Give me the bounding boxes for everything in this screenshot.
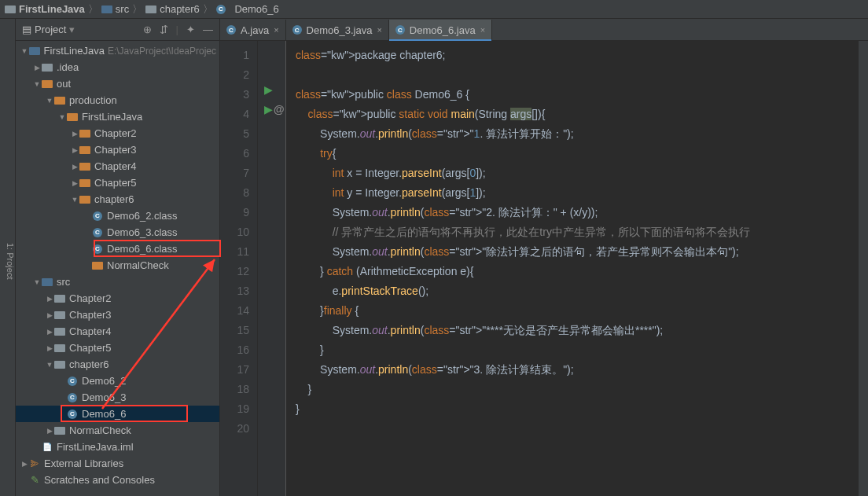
tree-row[interactable]: ▶Chapter5 — [16, 340, 219, 356]
folder-icon — [66, 112, 79, 123]
tree-arrow-icon[interactable]: ▶ — [33, 64, 41, 72]
line-number[interactable]: 5 — [220, 124, 249, 144]
tree-arrow-icon[interactable]: ▶ — [46, 295, 53, 303]
editor-tab[interactable]: A.java× — [220, 20, 286, 40]
tree-arrow-icon[interactable]: ▼ — [46, 361, 53, 369]
bc-src[interactable]: src — [116, 3, 129, 15]
tree-row[interactable]: 📄FirstLineJava.iml — [16, 439, 219, 455]
line-number[interactable]: 19 — [220, 399, 249, 419]
tree-row[interactable]: Demo6_6.class — [16, 241, 219, 257]
tree-row[interactable]: ▼chapter6 — [16, 356, 219, 373]
gear-icon[interactable]: ✦ — [186, 24, 195, 35]
tree-arrow-icon[interactable]: ▶ — [46, 328, 53, 336]
line-number[interactable]: 11 — [220, 242, 249, 262]
panel-title[interactable]: Project — [35, 24, 66, 35]
line-number[interactable]: 12 — [220, 262, 249, 281]
line-number[interactable]: 14 — [220, 301, 249, 321]
editor-tab[interactable]: Demo6_6.java× — [389, 20, 492, 40]
line-number[interactable]: 1 — [220, 46, 249, 65]
line-number[interactable]: 20 — [220, 419, 249, 439]
editor-tabs[interactable]: A.java×Demo6_3.java×Demo6_6.java× — [220, 19, 868, 41]
tree-row[interactable]: Demo6_3 — [16, 389, 219, 406]
tree-row[interactable]: Demo6_2 — [16, 373, 219, 389]
line-number[interactable]: 7 — [220, 163, 249, 183]
tree-arrow-icon[interactable]: ▶ — [46, 311, 53, 319]
tree-row[interactable]: ✎Scratches and Consoles — [16, 472, 219, 488]
tree-row[interactable]: ▶NormalCheck — [16, 422, 219, 439]
tree-row[interactable]: ▶Chapter5 — [16, 175, 219, 191]
breadcrumb[interactable]: FirstLineJava 〉 src 〉 chapter6 〉 Demo6_6 — [0, 0, 868, 19]
line-number[interactable]: 8 — [220, 183, 249, 203]
bc-chapter[interactable]: chapter6 — [160, 3, 200, 15]
tree-row[interactable]: ▼chapter6 — [16, 191, 219, 208]
line-number[interactable]: 10 — [220, 222, 249, 242]
line-number[interactable]: 13 — [220, 281, 249, 301]
line-gutter[interactable]: 1234567891011121314151617181920 — [220, 41, 258, 496]
tree-row[interactable]: NormalCheck — [16, 257, 219, 274]
tree-row[interactable]: ▶⫸External Libraries — [16, 455, 219, 472]
tree-row[interactable]: ▼FirstLineJava — [16, 108, 219, 125]
line-number[interactable]: 16 — [220, 340, 249, 360]
tree-arrow-icon[interactable]: ▶ — [71, 179, 79, 187]
tree-arrow-icon[interactable]: ▶ — [20, 460, 28, 468]
tree-row[interactable]: ▼FirstLineJavaE:\JavaProject\IdeaProjec — [16, 42, 219, 59]
line-number[interactable]: 9 — [220, 203, 249, 222]
file-icon: 📄 — [41, 442, 53, 453]
tree-arrow-icon[interactable]: ▶ — [71, 146, 79, 154]
class-icon — [91, 211, 104, 222]
tree-row[interactable]: ▼production — [16, 92, 219, 108]
line-number[interactable]: 17 — [220, 360, 249, 380]
bc-project[interactable]: FirstLineJava — [19, 3, 85, 15]
close-icon[interactable]: × — [377, 25, 381, 35]
icon-gutter[interactable]: ▶ ▶ @ — [258, 41, 286, 496]
tree-arrow-icon[interactable]: ▼ — [71, 196, 79, 204]
tree-row[interactable]: Demo6_3.class — [16, 224, 219, 241]
tree-label: Demo6_2 — [82, 375, 126, 387]
project-panel: ▤ Project ▾ ⊕ ⇵ | ✦ — ▼FirstLineJavaE:\J… — [16, 19, 220, 496]
hide-icon[interactable]: — — [203, 24, 213, 35]
run-icon[interactable]: ▶ — [264, 100, 273, 119]
tree-row[interactable]: ▶Chapter3 — [16, 307, 219, 323]
tree-row[interactable]: ▶Chapter2 — [16, 125, 219, 141]
tree-row[interactable]: ▶Chapter4 — [16, 158, 219, 175]
project-tool-tab[interactable]: 1: Project — [0, 19, 16, 496]
run-icon[interactable]: ▶ — [264, 80, 273, 100]
target-icon[interactable]: ⊕ — [143, 24, 152, 35]
tree-row[interactable]: ▶Chapter3 — [16, 141, 219, 158]
tree-arrow-icon[interactable]: ▶ — [46, 344, 53, 352]
class-icon — [91, 244, 104, 255]
close-icon[interactable]: × — [480, 25, 485, 35]
line-number[interactable]: 3 — [220, 85, 249, 105]
editor-scrollbar[interactable] — [859, 41, 868, 496]
close-icon[interactable]: × — [274, 25, 278, 35]
bc-file[interactable]: Demo6_6 — [234, 3, 278, 15]
tree-row[interactable]: ▶Chapter2 — [16, 290, 219, 307]
override-icon[interactable]: @ — [274, 100, 285, 119]
tree-row[interactable]: Demo6_2.class — [16, 208, 219, 224]
tree-arrow-icon[interactable]: ▼ — [33, 278, 41, 286]
tree-arrow-icon[interactable]: ▼ — [33, 80, 41, 88]
tree-row[interactable]: ▶.idea — [16, 59, 219, 75]
tree-arrow-icon[interactable]: ▼ — [58, 113, 66, 121]
line-number[interactable]: 4 — [220, 105, 249, 124]
line-number[interactable]: 18 — [220, 380, 249, 399]
tab-label: A.java — [241, 24, 269, 36]
tree-row[interactable]: ▼out — [16, 75, 219, 92]
tree-row[interactable]: ▶Chapter4 — [16, 323, 219, 340]
line-number[interactable]: 15 — [220, 321, 249, 340]
tree-arrow-icon[interactable]: ▼ — [20, 47, 28, 55]
tree-arrow-icon[interactable]: ▶ — [71, 130, 79, 138]
tree-arrow-icon[interactable]: ▶ — [71, 163, 79, 171]
tree-arrow-icon[interactable]: ▼ — [46, 97, 53, 105]
editor-tab[interactable]: Demo6_3.java× — [286, 20, 389, 40]
line-number[interactable]: 6 — [220, 144, 249, 163]
chevron-down-icon[interactable]: ▾ — [69, 24, 75, 35]
project-tree[interactable]: ▼FirstLineJavaE:\JavaProject\IdeaProjec▶… — [16, 41, 219, 496]
tree-row[interactable]: ▼src — [16, 274, 219, 290]
code-content[interactable]: class="kw">package chapter6; class="kw">… — [286, 41, 859, 496]
line-number[interactable]: 2 — [220, 65, 249, 85]
tree-arrow-icon[interactable]: ▶ — [46, 427, 53, 435]
tree-path: E:\JavaProject\IdeaProjec — [108, 46, 216, 57]
tree-row[interactable]: Demo6_6 — [16, 406, 219, 422]
expand-icon[interactable]: ⇵ — [160, 24, 168, 35]
